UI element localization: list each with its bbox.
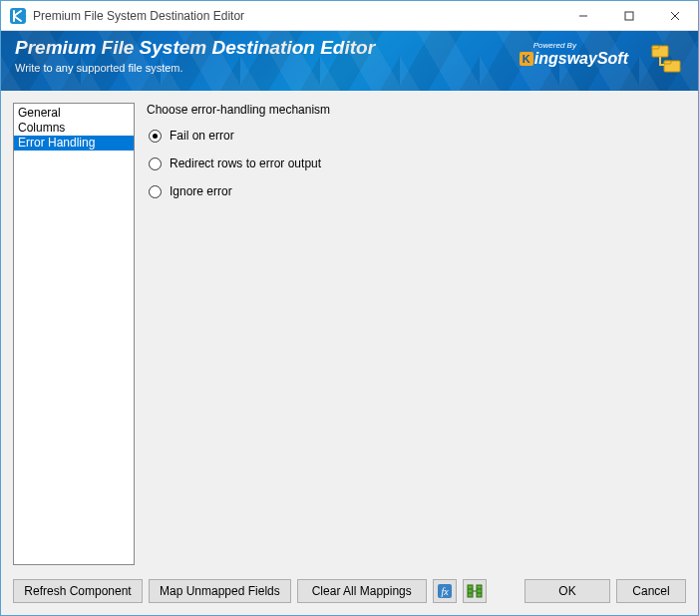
maximize-button[interactable] <box>606 1 652 31</box>
radio-option-fail-on-error[interactable]: Fail on error <box>149 129 686 143</box>
svg-rect-12 <box>477 585 482 597</box>
group-label: Choose error-handling mechanism <box>147 103 686 117</box>
powered-by-label: Powered By <box>533 41 628 50</box>
radio-label: Fail on error <box>170 129 234 143</box>
svg-text:fx: fx <box>441 586 449 597</box>
refresh-component-button[interactable]: Refresh Component <box>13 579 143 603</box>
svg-rect-11 <box>468 585 473 597</box>
radio-icon <box>149 185 162 198</box>
svg-rect-0 <box>10 8 26 24</box>
clear-all-mappings-button[interactable]: Clear All Mappings <box>297 579 427 603</box>
sidebar-item-general[interactable]: General <box>14 106 134 121</box>
sidebar[interactable]: General Columns Error Handling <box>13 103 135 565</box>
radio-option-redirect-rows[interactable]: Redirect rows to error output <box>149 156 686 170</box>
svg-rect-6 <box>652 46 659 49</box>
radio-icon <box>149 157 162 170</box>
radio-label: Redirect rows to error output <box>170 156 321 170</box>
radio-option-ignore-error[interactable]: Ignore error <box>149 184 686 198</box>
cancel-button[interactable]: Cancel <box>616 579 686 603</box>
minimize-button[interactable] <box>560 1 606 31</box>
window: Premium File System Destination Editor P… <box>0 0 699 616</box>
column-mapping-button[interactable] <box>463 579 487 603</box>
svg-rect-8 <box>664 61 671 64</box>
app-icon <box>9 7 27 25</box>
radio-label: Ignore error <box>170 184 232 198</box>
banner: Premium File System Destination Editor W… <box>1 31 698 91</box>
body: General Columns Error Handling Choose er… <box>1 91 698 573</box>
window-title: Premium File System Destination Editor <box>33 9 244 23</box>
map-unmapped-fields-button[interactable]: Map Unmapped Fields <box>149 579 291 603</box>
close-button[interactable] <box>652 1 698 31</box>
brand-logo: Powered By KingswaySoft <box>520 41 628 68</box>
content-panel: Choose error-handling mechanism Fail on … <box>147 103 686 565</box>
svg-rect-2 <box>625 12 633 20</box>
sidebar-item-columns[interactable]: Columns <box>14 121 134 136</box>
sidebar-item-error-handling[interactable]: Error Handling <box>14 136 134 151</box>
footer: Refresh Component Map Unmapped Fields Cl… <box>1 573 698 615</box>
expression-editor-button[interactable]: fx <box>433 579 457 603</box>
radio-icon <box>149 130 162 143</box>
folders-icon <box>650 43 684 80</box>
ok-button[interactable]: OK <box>524 579 610 603</box>
titlebar: Premium File System Destination Editor <box>1 1 698 31</box>
brand-name: KingswaySoft <box>520 50 628 68</box>
